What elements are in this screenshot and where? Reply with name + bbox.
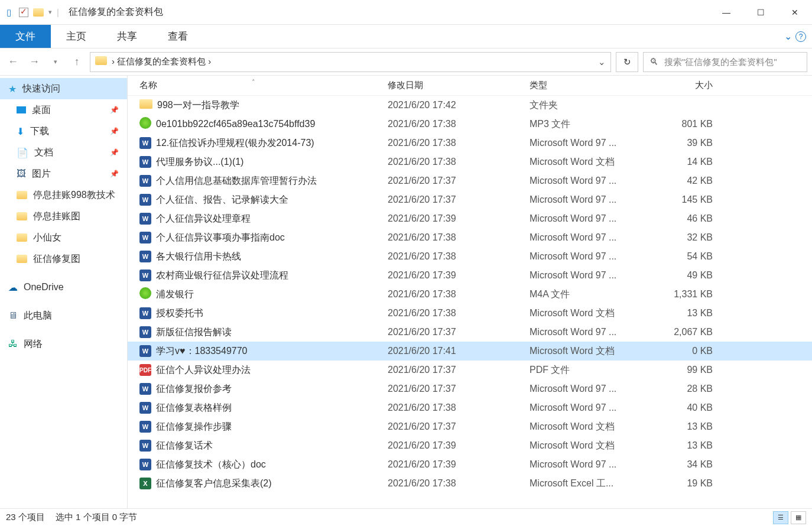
file-type-icon: W xyxy=(139,194,151,206)
tab-share[interactable]: 共享 xyxy=(102,25,152,48)
file-type-icon: X xyxy=(139,478,151,489)
search-icon: 🔍︎ xyxy=(649,57,658,67)
file-row[interactable]: W授权委托书2021/6/20 17:38Microsoft Word 文档13… xyxy=(128,304,812,323)
sidebar-label: 小仙女 xyxy=(33,232,61,244)
file-row[interactable]: W个人征信、报告、记录解读大全2021/6/20 17:37Microsoft … xyxy=(128,190,812,209)
sidebar-folder-4[interactable]: 征信修复图 xyxy=(0,248,127,270)
file-size: 40 KB xyxy=(654,402,725,413)
sidebar-network[interactable]: 🖧网络 xyxy=(0,333,127,355)
tab-home[interactable]: 主页 xyxy=(51,25,102,48)
file-type-icon: W xyxy=(139,383,151,395)
pin-icon: 📌 xyxy=(110,127,119,135)
close-button[interactable]: ✕ xyxy=(778,0,812,25)
sidebar-pictures[interactable]: 🖼图片📌 xyxy=(0,163,127,184)
sidebar-folder-1[interactable]: 停息挂账998教技术 xyxy=(0,184,127,206)
file-row[interactable]: 0e101bb922cf465a89ea13c754bffd392021/6/2… xyxy=(128,115,812,134)
pin-icon: 📌 xyxy=(110,148,119,157)
file-row[interactable]: W各大银行信用卡热线2021/6/20 17:38Microsoft Word … xyxy=(128,247,812,266)
sidebar-desktop[interactable]: 桌面📌 xyxy=(0,99,127,121)
file-type-icon xyxy=(139,99,152,111)
file-type: Microsoft Word 文档 xyxy=(530,156,654,168)
file-type: Microsoft Word 文档 xyxy=(530,421,654,433)
search-box[interactable]: 🔍︎ xyxy=(643,52,807,72)
file-row[interactable]: W征信修复操作步骤2021/6/20 17:37Microsoft Word 文… xyxy=(128,417,812,436)
file-row[interactable]: W征信修复话术2021/6/20 17:39Microsoft Word 文档1… xyxy=(128,436,812,455)
file-row[interactable]: PDF征信个人异议处理办法2021/6/20 17:37PDF 文件99 KB xyxy=(128,361,812,379)
file-date: 2021/6/20 17:38 xyxy=(388,308,530,319)
file-row[interactable]: W代理服务协议...(1)(1)2021/6/20 17:38Microsoft… xyxy=(128,152,812,171)
view-icons-button[interactable]: ▦ xyxy=(791,511,806,524)
minimize-button[interactable]: — xyxy=(709,0,743,25)
file-row[interactable]: W12.征信投诉办理规程(银办发2014-73)2021/6/20 17:38M… xyxy=(128,134,812,152)
col-name[interactable]: 名称˄ xyxy=(128,80,388,91)
sidebar-this-pc[interactable]: 🖥此电脑 xyxy=(0,305,127,326)
file-row[interactable]: W征信修复报价参考2021/6/20 17:37Microsoft Word 9… xyxy=(128,379,812,398)
file-type: Microsoft Word 文档 xyxy=(530,307,654,320)
pin-icon: 📌 xyxy=(110,106,119,114)
file-type-icon: W xyxy=(139,213,151,225)
col-date[interactable]: 修改日期 xyxy=(388,80,530,91)
file-row[interactable]: 浦发银行2021/6/20 17:38M4A 文件1,331 KB xyxy=(128,285,812,304)
file-name: 0e101bb922cf465a89ea13c754bffd39 xyxy=(156,119,315,129)
file-type: Microsoft Word 97 ... xyxy=(530,459,654,470)
file-size: 145 KB xyxy=(654,194,725,205)
file-size: 0 KB xyxy=(654,346,725,356)
file-row[interactable]: W农村商业银行征信异议处理流程2021/6/20 17:39Microsoft … xyxy=(128,266,812,285)
file-row[interactable]: W学习v♥：18335497702021/6/20 17:41Microsoft… xyxy=(128,342,812,361)
sidebar-quick-access[interactable]: ★快速访问 xyxy=(0,78,127,99)
file-pane: 名称˄ 修改日期 类型 大小 998一对一指导教学2021/6/20 17:42… xyxy=(128,76,812,508)
file-size: 14 KB xyxy=(654,157,725,167)
cloud-icon: ☁ xyxy=(8,282,18,293)
tab-file[interactable]: 文件 xyxy=(0,25,51,48)
file-row[interactable]: W个人信用信息基础数据库管理暂行办法2021/6/20 17:37Microso… xyxy=(128,171,812,190)
app-menu-icon[interactable]: ▯ xyxy=(4,7,14,18)
file-list: 998一对一指导教学2021/6/20 17:42文件夹0e101bb922cf… xyxy=(128,96,812,508)
star-icon: ★ xyxy=(8,83,17,95)
file-type-icon: W xyxy=(139,175,151,187)
search-input[interactable] xyxy=(664,57,801,67)
sidebar-folder-2[interactable]: 停息挂账图 xyxy=(0,206,127,227)
forward-button[interactable]: → xyxy=(26,54,43,70)
file-type-icon: W xyxy=(139,440,151,452)
file-type: Microsoft Word 97 ... xyxy=(530,327,654,337)
refresh-button[interactable]: ↻ xyxy=(616,52,638,72)
ribbon: 文件 主页 共享 查看 ⌄ ? xyxy=(0,25,812,48)
folder-icon xyxy=(17,191,27,199)
file-row[interactable]: X征信修复客户信息采集表(2)2021/6/20 17:38Microsoft … xyxy=(128,474,812,493)
file-size: 34 KB xyxy=(654,459,725,470)
sort-indicator-icon: ˄ xyxy=(252,79,255,86)
view-details-button[interactable]: ☰ xyxy=(773,511,788,524)
col-size[interactable]: 大小 xyxy=(654,80,725,91)
qat-checkbox-icon[interactable] xyxy=(19,8,28,17)
sidebar-downloads[interactable]: ⬇下载📌 xyxy=(0,121,127,142)
up-button[interactable]: ↑ xyxy=(69,54,85,70)
file-row[interactable]: W新版征信报告解读2021/6/20 17:37Microsoft Word 9… xyxy=(128,323,812,342)
qat-dropdown-icon[interactable]: ▾ xyxy=(48,8,52,16)
tab-view[interactable]: 查看 xyxy=(152,25,203,48)
address-bar[interactable]: › 征信修复的全套资料包 › ⌄ xyxy=(90,52,611,72)
file-type: 文件夹 xyxy=(530,99,654,112)
col-type[interactable]: 类型 xyxy=(530,80,654,91)
recent-dropdown-icon[interactable]: ▾ xyxy=(47,54,64,70)
file-size: 1,331 KB xyxy=(654,289,725,300)
sidebar-folder-3[interactable]: 小仙女 xyxy=(0,227,127,248)
sidebar-label: 停息挂账图 xyxy=(33,210,80,223)
file-row[interactable]: W征信修复表格样例2021/6/20 17:38Microsoft Word 9… xyxy=(128,398,812,417)
file-row[interactable]: 998一对一指导教学2021/6/20 17:42文件夹 xyxy=(128,96,812,115)
folder-icon xyxy=(17,212,27,220)
file-row[interactable]: W个人征信异议事项办事指南doc2021/6/20 17:38Microsoft… xyxy=(128,228,812,247)
file-row[interactable]: W征信修复技术（核心）doc2021/6/20 17:39Microsoft W… xyxy=(128,455,812,474)
address-dropdown-icon[interactable]: ⌄ xyxy=(598,57,606,67)
ribbon-expand-icon[interactable]: ⌄ xyxy=(784,31,792,42)
file-type: M4A 文件 xyxy=(530,288,654,301)
sidebar-documents[interactable]: 📄文档📌 xyxy=(0,142,127,163)
sidebar-onedrive[interactable]: ☁OneDrive xyxy=(0,277,127,298)
file-name: 农村商业银行征信异议处理流程 xyxy=(156,270,288,282)
file-row[interactable]: W个人征信异议处理章程2021/6/20 17:39Microsoft Word… xyxy=(128,209,812,228)
file-name: 征信修复客户信息采集表(2) xyxy=(156,478,272,490)
maximize-button[interactable]: ☐ xyxy=(743,0,778,25)
file-name: 征信个人异议处理办法 xyxy=(156,364,251,376)
file-type-icon: W xyxy=(139,307,151,319)
help-icon[interactable]: ? xyxy=(795,31,806,42)
back-button[interactable]: ← xyxy=(5,54,21,70)
